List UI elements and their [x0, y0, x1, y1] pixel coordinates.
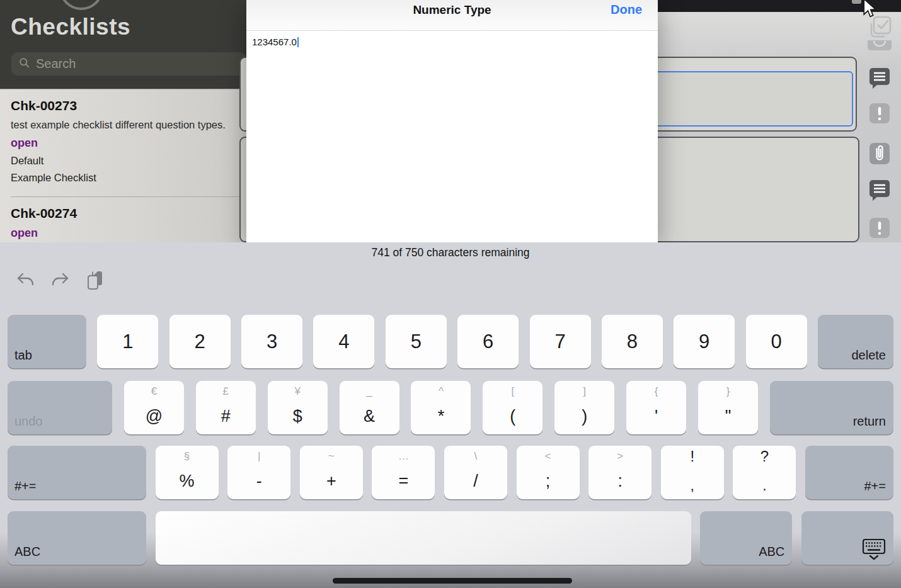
key-#+=[interactable]: #+=: [805, 446, 893, 499]
numeric-field-value: 1234567.0: [252, 37, 299, 47]
key-=[interactable]: …=: [372, 446, 435, 499]
alert-icon[interactable]: [868, 217, 891, 242]
key-alt-char: €: [124, 385, 184, 398]
alert-icon[interactable]: [868, 102, 891, 127]
redo-button[interactable]: [50, 271, 71, 293]
key-%[interactable]: §%: [156, 446, 219, 499]
key-$[interactable]: ¥$: [268, 381, 328, 434]
key-main-char: =: [372, 472, 435, 491]
key-9[interactable]: 9: [674, 315, 735, 368]
key-label: return: [853, 414, 886, 429]
key-space[interactable]: [156, 511, 691, 565]
key-alt-char: ]: [554, 385, 614, 398]
key-alt-char: _: [340, 385, 399, 398]
key-delete[interactable]: delete: [818, 315, 893, 368]
key-ABC[interactable]: ABC: [700, 511, 792, 565]
page-title: Checklists: [11, 14, 130, 40]
sidebar-header: Checklists Search: [0, 0, 246, 89]
key-main-char: 5: [386, 315, 447, 368]
checklist-meta: Default: [11, 155, 236, 167]
key-main-char: :: [588, 472, 651, 491]
clock-icon[interactable]: [868, 40, 892, 53]
key-alt-char: !: [661, 448, 724, 465]
checklist-id: Chk-00274: [11, 206, 236, 221]
done-button[interactable]: Done: [611, 3, 642, 17]
key-alt-char: ¥: [268, 385, 328, 398]
search-input[interactable]: Search: [11, 52, 246, 76]
redo-icon: [51, 272, 70, 292]
key-.[interactable]: ?.: [733, 446, 796, 499]
key-main-char: .: [733, 477, 796, 494]
key-main-char: +: [300, 472, 363, 491]
key-main-char: ): [554, 407, 614, 426]
key-undo[interactable]: undo: [8, 381, 112, 434]
key-alt-char: >: [588, 450, 651, 463]
key-@[interactable]: €@: [124, 381, 184, 434]
key-0[interactable]: 0: [746, 315, 807, 368]
comment-icon[interactable]: [868, 179, 891, 204]
key-main-char: $: [268, 407, 328, 426]
attachment-icon[interactable]: [868, 142, 891, 168]
checklists-sidebar: Checklists Search Chk-00273test example …: [0, 0, 246, 242]
key-dismiss[interactable]: [801, 511, 893, 565]
text-caret: [297, 37, 299, 47]
key-label: delete: [851, 348, 886, 363]
key-4[interactable]: 4: [313, 315, 374, 368]
key-&[interactable]: _&: [340, 381, 399, 434]
key-5[interactable]: 5: [386, 315, 447, 368]
search-icon: [19, 57, 30, 71]
paste-button[interactable]: [86, 271, 106, 293]
key-ABC[interactable]: ABC: [8, 511, 146, 565]
key-8[interactable]: 8: [602, 315, 663, 368]
key-alt-char: <: [517, 450, 580, 463]
key-tab[interactable]: tab: [8, 315, 86, 368]
keyboard-row: tab1234567890delete: [8, 315, 893, 368]
key-#+=[interactable]: #+=: [8, 446, 146, 499]
char-counter: 741 of 750 characters remaining: [0, 246, 901, 259]
key-3[interactable]: 3: [241, 315, 302, 368]
key-6[interactable]: 6: [457, 315, 519, 368]
key-main-char: *: [411, 407, 471, 426]
keyboard-row: undo€@£#¥$_&^*[(]){'}"return: [8, 381, 893, 434]
numeric-input-area[interactable]: 1234567.0: [246, 31, 658, 243]
key-alt-char: §: [156, 450, 219, 463]
paste-icon: [86, 270, 106, 294]
key-"[interactable]: }": [698, 381, 758, 434]
key-alt-char: …: [372, 450, 435, 463]
key-label: tab: [14, 348, 32, 363]
key-main-char: 9: [674, 315, 735, 368]
checklist-item[interactable]: Chk-00274open: [0, 197, 246, 242]
key-alt-char: }: [698, 385, 758, 398]
key-alt-char: \: [444, 450, 507, 463]
key-2[interactable]: 2: [169, 315, 231, 368]
keyboard-row: #+=§%|-~+…=\/<;>:!,?.#+=: [8, 446, 893, 499]
key-([interactable]: [(: [483, 381, 542, 434]
key-main-char: 3: [241, 315, 302, 368]
key-label: undo: [14, 414, 43, 429]
key-)[interactable]: ]): [554, 381, 614, 434]
key-*[interactable]: ^*: [411, 381, 471, 434]
undo-button[interactable]: [15, 271, 35, 293]
checklist-item[interactable]: Chk-00273test example checklist differen…: [0, 89, 246, 196]
key-alt-char: ?: [733, 448, 796, 465]
keyboard-toolbar: [15, 271, 106, 293]
key-,[interactable]: !,: [661, 446, 724, 499]
home-indicator[interactable]: [333, 578, 572, 584]
key-main-char: ;: [517, 472, 580, 491]
key-/[interactable]: \/: [444, 446, 507, 499]
key-1[interactable]: 1: [97, 315, 158, 368]
key-main-char: %: [156, 472, 219, 491]
key-alt-char: [: [483, 385, 542, 398]
key-return[interactable]: return: [770, 381, 893, 434]
key-#[interactable]: £#: [196, 381, 256, 434]
key-7[interactable]: 7: [530, 315, 591, 368]
key--[interactable]: |-: [227, 446, 290, 499]
key-:[interactable]: >:: [588, 446, 651, 499]
avatar[interactable]: [59, 0, 103, 10]
key-+[interactable]: ~+: [300, 446, 363, 499]
key-main-char: 1: [97, 315, 158, 368]
key-'[interactable]: {': [626, 381, 686, 434]
comment-icon[interactable]: [868, 67, 891, 92]
key-;[interactable]: <;: [517, 446, 580, 499]
app-screen: Checklists Search Chk-00273test example …: [0, 0, 901, 588]
